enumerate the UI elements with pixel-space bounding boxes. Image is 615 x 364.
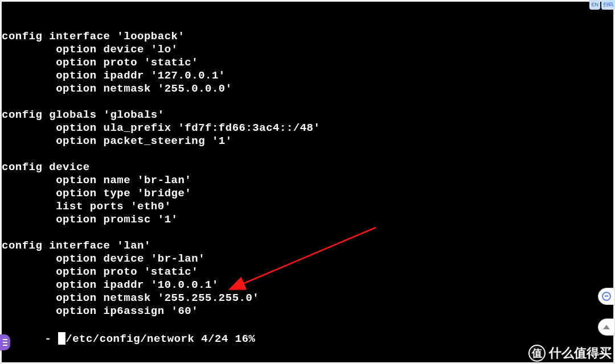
screenshot-frame: config interface 'loopback' option devic…	[0, 0, 615, 364]
browser-ext-tabs: EN 扫码	[589, 0, 615, 10]
bot-icon	[602, 292, 611, 301]
cursor	[58, 332, 65, 345]
watermark-badge-icon: 值	[528, 345, 546, 362]
status-dash: -	[44, 333, 58, 345]
ext-tab-lang[interactable]: EN	[589, 0, 600, 10]
watermark: 值 什么值得买	[528, 345, 612, 362]
terminal-content[interactable]: config interface 'loopback' option devic…	[2, 30, 613, 318]
side-drawer-handle[interactable]	[0, 334, 10, 350]
watermark-text: 什么值得买	[549, 347, 612, 359]
status-position: 4/24 16%	[194, 333, 255, 345]
chevron-up-icon	[603, 325, 610, 329]
editor-status-line: - /etc/config/network 4/24 16%	[2, 319, 613, 359]
terminal-window[interactable]: config interface 'loopback' option devic…	[2, 2, 613, 362]
ext-tab-scan[interactable]: 扫码	[601, 0, 615, 10]
status-filepath: /etc/config/network	[65, 333, 194, 345]
scroll-up-button[interactable]	[598, 318, 615, 336]
assistant-button[interactable]	[598, 288, 615, 305]
